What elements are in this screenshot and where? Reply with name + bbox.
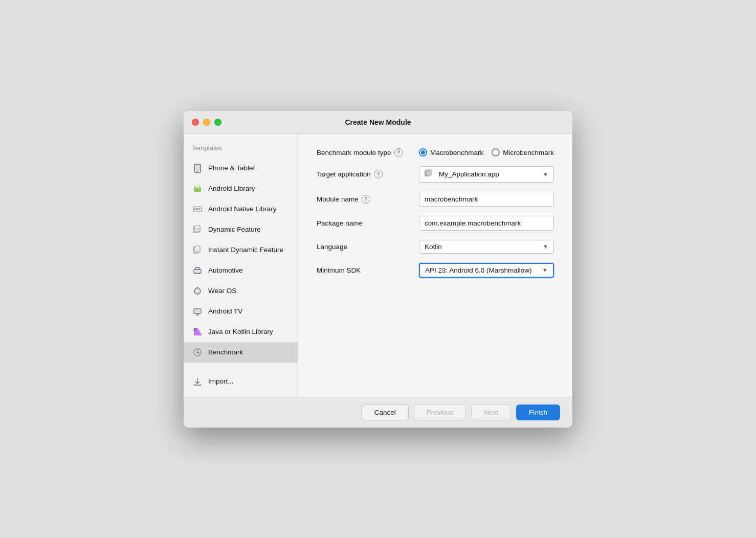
language-control: Kotlin ▼ [419,240,554,254]
language-label: Language [317,243,419,251]
minimum-sdk-dropdown[interactable]: API 23: Android 6.0 (Marshmallow) ▼ [419,263,554,278]
sidebar-item-android-tv[interactable]: Android TV [184,301,298,322]
sidebar-item-label: Wear OS [208,287,236,295]
finish-button[interactable]: Finish [516,405,560,420]
sidebar-item-label: Import... [208,377,234,385]
macrobenchmark-label: Macrobenchmark [430,149,483,156]
svg-rect-19 [195,226,200,232]
benchmark-module-type-row: Benchmark module type ? Macrobenchmark M… [317,148,554,157]
language-value: Kotlin [425,243,540,251]
sidebar-item-wear-os[interactable]: Wear OS [184,281,298,301]
module-name-row: Module name ? [317,192,554,207]
package-name-input[interactable] [419,216,554,231]
microbenchmark-radio[interactable]: Microbenchmark [492,148,554,156]
import-icon [192,376,203,387]
title-bar: Create New Module [184,111,572,134]
cancel-button[interactable]: Cancel [362,405,409,420]
language-chevron: ▼ [543,243,548,250]
package-name-control [419,216,554,231]
minimize-button[interactable] [203,119,210,126]
maximize-button[interactable] [214,119,221,126]
sidebar-item-automotive[interactable]: Automotive [184,260,298,281]
dynamic-icon [192,224,203,235]
sidebar-item-phone-tablet[interactable]: Phone & Tablet [184,158,298,178]
android-icon [192,183,203,194]
dialog-content: Templates Phone & Tablet [184,134,572,397]
automotive-icon [192,265,203,276]
instant-icon [192,244,203,256]
dialog-title: Create New Module [345,118,411,126]
svg-point-26 [195,273,196,274]
svg-rect-29 [198,270,199,272]
kotlin-icon [192,326,203,338]
svg-rect-23 [195,246,200,252]
svg-line-7 [199,186,200,188]
svg-point-4 [195,188,196,189]
svg-rect-28 [196,270,197,272]
minimum-sdk-value: API 23: Android 6.0 (Marshmallow) [425,266,539,274]
svg-rect-1 [195,165,199,170]
svg-point-31 [196,289,199,293]
svg-point-30 [194,288,201,294]
microbenchmark-radio-circle [492,148,500,156]
sidebar-heading: Templates [184,144,298,158]
sidebar-item-label: Android TV [208,307,242,315]
sidebar-item-instant-dynamic-feature[interactable]: Instant Dynamic Feature [184,240,298,260]
close-button[interactable] [192,119,199,126]
sidebar-item-label: Benchmark [208,348,243,356]
bottom-bar: Cancel Previous Next Finish [184,397,572,428]
next-button: Next [471,405,511,420]
svg-rect-10 [193,207,202,212]
wear-icon [192,285,203,297]
target-application-value: My_Application.app [439,170,540,178]
sidebar-item-label: Java or Kotlin Library [208,328,273,335]
sidebar-item-android-native-library[interactable]: Android Native Library [184,199,298,219]
native-icon [192,204,203,215]
sidebar-item-java-kotlin-library[interactable]: Java or Kotlin Library [184,322,298,342]
sidebar-item-dynamic-feature[interactable]: Dynamic Feature [184,219,298,240]
package-name-label: Package name [317,219,419,227]
svg-rect-37 [195,310,200,312]
macrobenchmark-radio-circle [419,148,427,156]
svg-point-27 [199,273,201,274]
target-application-help-icon[interactable]: ? [374,170,383,178]
minimum-sdk-label: Minimum SDK [317,266,419,274]
target-application-chevron: ▼ [543,171,548,177]
svg-rect-44 [427,169,432,175]
sidebar: Templates Phone & Tablet [184,134,298,397]
create-new-module-dialog: Create New Module Templates Phone & Tabl… [184,111,572,428]
package-name-row: Package name [317,216,554,231]
sidebar-item-label: Automotive [208,266,243,274]
sidebar-divider [192,367,290,367]
sidebar-item-benchmark[interactable]: Benchmark [184,342,298,363]
language-dropdown[interactable]: Kotlin ▼ [419,240,554,254]
sidebar-item-android-library[interactable]: Android Library [184,178,298,199]
previous-button: Previous [414,405,466,420]
target-app-dropdown-icon [425,169,435,180]
svg-point-41 [197,351,198,352]
minimum-sdk-row: Minimum SDK API 23: Android 6.0 (Marshma… [317,263,554,278]
traffic-lights [192,119,221,126]
benchmark-type-radio-group: Macrobenchmark Microbenchmark [419,148,554,156]
svg-point-2 [197,171,198,172]
benchmark-icon [192,347,203,358]
svg-rect-3 [194,188,201,192]
minimum-sdk-chevron: ▼ [542,267,548,273]
benchmark-module-type-label: Benchmark module type ? [317,148,419,157]
sidebar-item-label: Instant Dynamic Feature [208,246,283,254]
benchmark-type-help-icon[interactable]: ? [394,148,403,157]
macrobenchmark-radio[interactable]: Macrobenchmark [419,148,483,156]
module-name-help-icon[interactable]: ? [362,195,370,204]
sidebar-item-label: Dynamic Feature [208,226,261,233]
tv-icon [192,306,203,317]
target-application-label: Target application ? [317,170,419,178]
svg-point-8 [194,185,195,186]
svg-point-5 [198,188,199,189]
module-name-control [419,192,554,207]
sidebar-item-import[interactable]: Import... [184,371,298,392]
target-application-control: My_Application.app ▼ [419,166,554,183]
minimum-sdk-control: API 23: Android 6.0 (Marshmallow) ▼ [419,263,554,278]
target-application-dropdown[interactable]: My_Application.app ▼ [419,166,554,183]
module-name-input[interactable] [419,192,554,207]
svg-line-6 [195,186,195,188]
